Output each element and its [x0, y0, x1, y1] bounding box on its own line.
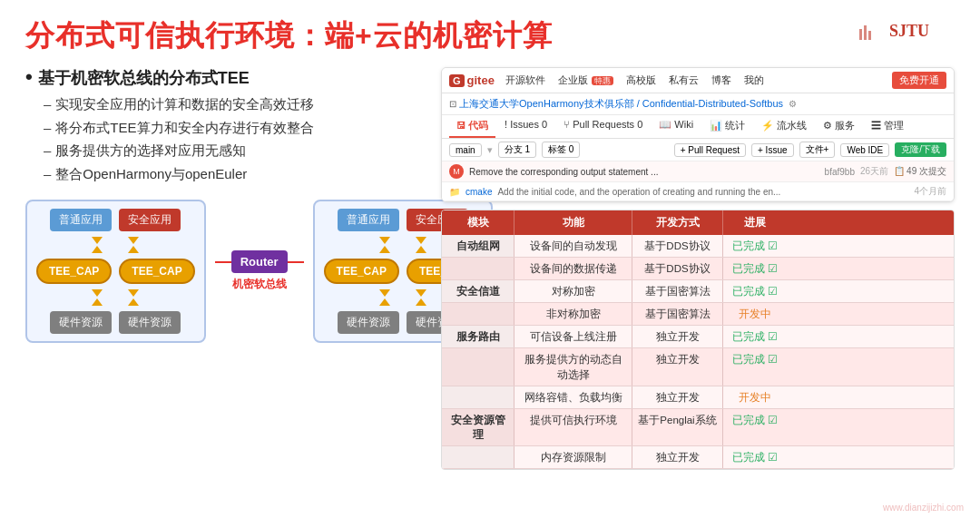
- td-module: 服务路由: [442, 326, 514, 347]
- file-desc: Add the initial code, and the operation …: [497, 187, 908, 197]
- commit-hash: bfaf9bb: [825, 167, 855, 177]
- th-feature: 功能: [514, 210, 632, 235]
- td-feature: 提供可信执行环境: [514, 409, 632, 445]
- table-row: 服务路由可信设备上线注册独立开发已完成 ☑: [442, 326, 954, 348]
- router-box: Router: [231, 250, 288, 273]
- nav-blog[interactable]: 博客: [708, 72, 735, 89]
- td-method: 独立开发: [632, 386, 723, 408]
- svg-rect-2: [864, 25, 867, 40]
- td-method: 独立开发: [632, 348, 723, 385]
- table-header: 模块 功能 开发方式 进展: [442, 210, 954, 235]
- td-module: [442, 348, 514, 385]
- issue-button[interactable]: + Issue: [751, 143, 794, 157]
- file-button[interactable]: 文件+: [799, 142, 836, 158]
- slide-title: 分布式可信执行环境：端+云的机密计算: [25, 16, 955, 56]
- td-module: [442, 303, 514, 325]
- td-status: 开发中: [723, 303, 787, 325]
- svg-text:SJTU: SJTU: [889, 22, 929, 40]
- td-status: 已完成 ☑: [723, 409, 787, 445]
- hw-right-1: 硬件资源: [338, 311, 399, 334]
- nav-university[interactable]: 高校版: [622, 72, 660, 89]
- slide: SJTU 分布式可信执行环境：端+云的机密计算 基于机密软总线的分布式TEE 实…: [0, 0, 980, 518]
- gitee-browser: G gitee 开源软件 企业版 特惠 高校版 私有云 博客 我的: [441, 67, 955, 202]
- router-area: Router 机密软总线: [215, 250, 304, 292]
- diagram-left-box: 普通应用 安全应用 TEE_CAP TEE_CAP: [25, 200, 206, 343]
- bullet-main: 基于机密软总线的分布式TEE: [25, 67, 425, 89]
- tee-left-2: TEE_CAP: [119, 259, 194, 284]
- gitee-nav-items: 开源软件 企业版 特惠 高校版 私有云 博客 我的: [502, 72, 885, 89]
- td-status: 开发中: [723, 386, 787, 408]
- gitee-tabs: 🖫 代码 ! Issues 0 ⑂ Pull Requests 0 📖 Wiki…: [442, 115, 954, 139]
- svg-rect-3: [868, 31, 871, 40]
- td-method: 基于Penglai系统: [632, 409, 723, 445]
- branch-selector[interactable]: main: [449, 143, 482, 157]
- table-row: 服务提供方的动态自动选择独立开发已完成 ☑: [442, 348, 954, 386]
- tab-manage[interactable]: ☰ 管理: [864, 115, 911, 138]
- td-status: 已完成 ☑: [723, 280, 787, 302]
- repo-path: ⊡ 上海交通大学OpenHarmony技术俱乐部 / Confidential-…: [442, 93, 954, 115]
- pr-button[interactable]: + Pull Request: [674, 143, 746, 157]
- file-time: 4个月前: [914, 185, 946, 198]
- table-row: 内存资源限制独立开发已完成 ☑: [442, 446, 954, 469]
- repo-path-text: 上海交通大学OpenHarmony技术俱乐部 / Confidential-Di…: [459, 98, 783, 109]
- td-feature: 对称加密: [514, 280, 632, 302]
- td-feature: 内存资源限制: [514, 446, 632, 468]
- td-method: 基于DDS协议: [632, 258, 723, 279]
- tab-pr[interactable]: ⑂ Pull Requests 0: [556, 115, 650, 138]
- table-row: 设备间的数据传递基于DDS协议已完成 ☑: [442, 258, 954, 280]
- commit-message: Remove the corresponding output statemen…: [469, 167, 819, 177]
- tee-right-1: TEE_CAP: [324, 259, 399, 284]
- tee-left-1: TEE_CAP: [36, 259, 112, 284]
- app-normal-left: 普通应用: [50, 209, 112, 231]
- nav-enterprise[interactable]: 企业版 特惠: [554, 72, 617, 89]
- td-feature: 可信设备上线注册: [514, 326, 632, 347]
- td-status: 已完成 ☑: [723, 326, 787, 347]
- table-row: 非对称加密基于国密算法开发中: [442, 303, 954, 326]
- sub-items: 实现安全应用的计算和数据的安全高效迁移 将分布式TEE算力和安全内存进行有效整合…: [44, 93, 425, 185]
- td-status: 已完成 ☑: [723, 348, 787, 385]
- tab-stats[interactable]: 📊 统计: [702, 115, 752, 138]
- sub-item-2: 将分布式TEE算力和安全内存进行有效整合: [44, 116, 425, 140]
- th-module: 模块: [442, 210, 514, 235]
- tag-count: 标签 0: [542, 142, 580, 158]
- main-content: 基于机密软总线的分布式TEE 实现安全应用的计算和数据的安全高效迁移 将分布式T…: [25, 67, 955, 505]
- td-method: 独立开发: [632, 326, 723, 347]
- right-column: G gitee 开源软件 企业版 特惠 高校版 私有云 博客 我的: [441, 67, 955, 505]
- hw-left-2: 硬件资源: [119, 311, 181, 334]
- tab-code[interactable]: 🖫 代码: [449, 115, 495, 138]
- td-module: [442, 258, 514, 279]
- web-ide-button[interactable]: Web IDE: [840, 143, 889, 157]
- td-status: 已完成 ☑: [723, 235, 787, 257]
- tab-service[interactable]: ⚙ 服务: [816, 115, 862, 138]
- td-feature: 设备间的自动发现: [514, 235, 632, 257]
- td-module: 安全信道: [442, 280, 514, 302]
- clone-button[interactable]: 克隆/下载: [895, 142, 946, 157]
- gitee-logo: G gitee: [449, 73, 495, 87]
- commit-time: 26天前: [860, 165, 888, 178]
- tab-issues[interactable]: ! Issues 0: [497, 115, 554, 138]
- enterprise-badge: 特惠: [592, 76, 613, 85]
- commit-count: 📋49 次提交: [894, 165, 946, 178]
- watermark: www.dianzijizhi.com: [883, 503, 964, 513]
- td-feature: 网络容错、负载均衡: [514, 386, 632, 408]
- table-body: 自动组网设备间的自动发现基于DDS协议已完成 ☑设备间的数据传递基于DDS协议已…: [442, 235, 954, 469]
- tab-pipeline[interactable]: ⚡ 流水线: [754, 115, 814, 138]
- bullet-section: 基于机密软总线的分布式TEE 实现安全应用的计算和数据的安全高效迁移 将分布式T…: [25, 67, 425, 185]
- sub-item-3: 服务提供方的选择对应用无感知: [44, 139, 425, 162]
- tab-wiki[interactable]: 📖 Wiki: [652, 115, 701, 138]
- td-method: 基于DDS协议: [632, 235, 723, 257]
- nav-opensource[interactable]: 开源软件: [502, 72, 549, 89]
- nav-private[interactable]: 私有云: [665, 72, 702, 89]
- svg-rect-1: [859, 29, 862, 40]
- commit-row: M Remove the corresponding output statem…: [442, 161, 954, 182]
- file-name[interactable]: cmake: [466, 187, 492, 197]
- nav-mine[interactable]: 我的: [740, 72, 768, 89]
- fork-count: 分支 1: [498, 142, 536, 158]
- gitee-nav: G gitee 开源软件 企业版 特惠 高校版 私有云 博客 我的: [442, 68, 954, 93]
- login-button[interactable]: 免费开通: [892, 72, 946, 89]
- table-row: 网络容错、负载均衡独立开发开发中: [442, 386, 954, 409]
- folder-icon: 📁: [449, 187, 460, 197]
- td-module: [442, 386, 514, 408]
- td-module: [442, 446, 514, 468]
- logo-area: SJTU: [855, 11, 964, 47]
